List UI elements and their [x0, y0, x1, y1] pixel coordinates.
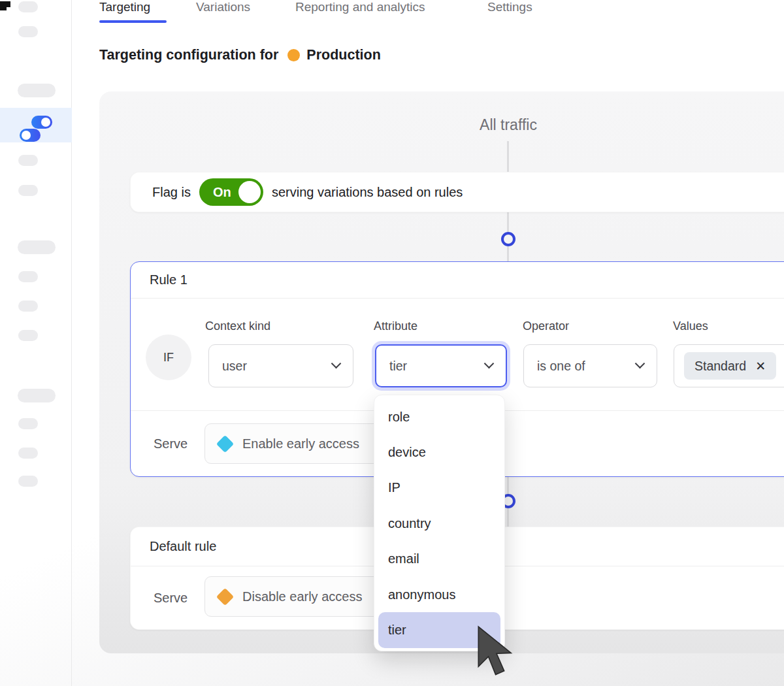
serve-label: Serve	[154, 591, 188, 606]
if-badge: IF	[146, 335, 191, 380]
flag-toggles-icon	[20, 116, 52, 142]
active-tab-underline	[99, 20, 167, 23]
environment-name: Production	[306, 47, 380, 63]
attribute-dropdown: role device IP country email anonymous t…	[374, 395, 505, 651]
operator-label: Operator	[523, 319, 569, 333]
all-traffic-label: All traffic	[480, 116, 537, 134]
tab-targeting[interactable]: Targeting	[99, 0, 150, 14]
sidebar-item-flags[interactable]	[0, 108, 72, 142]
tab-reporting[interactable]: Reporting and analytics	[295, 0, 425, 14]
mouse-cursor-icon	[473, 625, 520, 679]
sidebar-skeleton-pill	[18, 26, 38, 37]
app-logo-fragment	[0, 1, 10, 10]
flag-on-toggle[interactable]: On	[199, 178, 263, 206]
toggle-on-label: On	[213, 185, 231, 200]
remove-value-icon[interactable]: ✕	[755, 359, 766, 374]
page: Targeting Variations Reporting and analy…	[0, 0, 784, 686]
sidebar-skeleton-pill	[18, 185, 38, 196]
option-device[interactable]: device	[374, 434, 504, 470]
rule-title: Rule 1	[131, 262, 784, 299]
attribute-label: Attribute	[374, 319, 417, 333]
sidebar-skeleton-pill	[18, 418, 38, 429]
attribute-select[interactable]: tier	[375, 344, 507, 387]
option-country[interactable]: country	[374, 506, 504, 541]
option-ip[interactable]: IP	[374, 470, 504, 506]
sidebar-skeleton-pill	[18, 155, 38, 166]
sidebar-skeleton-pill	[18, 448, 38, 459]
context-kind-label: Context kind	[205, 319, 270, 333]
tab-settings[interactable]: Settings	[487, 0, 532, 14]
sidebar-skeleton-pill	[18, 271, 38, 282]
option-email[interactable]: email	[374, 542, 504, 577]
toggle-knob	[238, 181, 261, 203]
sidebar-skeleton-pill	[18, 1, 38, 12]
variation-diamond-icon	[216, 587, 234, 605]
sidebar-skeleton-pill	[18, 301, 38, 312]
values-label: Values	[673, 319, 708, 333]
option-role[interactable]: role	[374, 399, 504, 434]
sidebar-skeleton-pill	[18, 240, 56, 254]
connector-node-icon	[501, 232, 515, 246]
chevron-down-icon	[635, 359, 645, 369]
context-kind-select[interactable]: user	[208, 344, 353, 387]
connector-line	[507, 141, 509, 172]
serve-label: Serve	[154, 436, 188, 451]
page-title: Targeting configuration for Production	[99, 47, 381, 63]
variation-diamond-icon	[216, 434, 234, 452]
flag-serving-label: serving variations based on rules	[272, 185, 463, 200]
sidebar-skeleton-pill	[18, 389, 56, 402]
sidebar-skeleton-pill	[18, 84, 56, 97]
sidebar-skeleton-pill	[18, 476, 38, 487]
sidebar-skeleton-pill	[18, 330, 38, 341]
chevron-down-icon	[484, 359, 495, 369]
flag-status-card: Flag is On serving variations based on r…	[130, 172, 784, 212]
sidebar	[0, 0, 72, 686]
value-chip-standard: Standard ✕	[684, 352, 776, 380]
operator-select[interactable]: is one of	[523, 344, 657, 387]
tab-variations[interactable]: Variations	[196, 0, 250, 14]
chevron-down-icon	[331, 359, 342, 369]
flag-is-label: Flag is	[152, 185, 191, 200]
option-anonymous[interactable]: anonymous	[374, 577, 504, 612]
values-input[interactable]: Standard ✕	[674, 344, 784, 387]
environment-dot-icon	[287, 49, 300, 61]
